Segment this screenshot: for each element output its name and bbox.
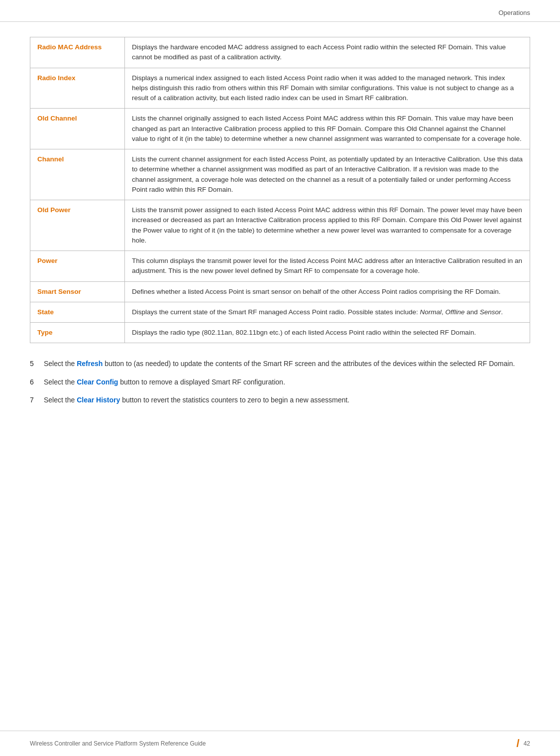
table-row: StateDisplays the current state of the S…	[30, 302, 530, 322]
step-item: 6Select the Clear Config button to remov…	[30, 377, 530, 387]
table-cell-label: Type	[30, 323, 125, 343]
table-row: ChannelLists the current channel assignm…	[30, 149, 530, 200]
footer-page-num: 42	[524, 740, 530, 747]
step-highlight: Refresh	[77, 360, 103, 368]
step-number: 5	[30, 358, 44, 369]
step-list: 5Select the Refresh button to (as needed…	[30, 358, 530, 405]
step-number: 6	[30, 377, 44, 387]
table-cell-description: Lists the current channel assignment for…	[125, 149, 530, 200]
step-number: 7	[30, 394, 44, 405]
step-highlight: Clear History	[77, 396, 120, 404]
table-cell-description: Displays the radio type (802.11an, 802.1…	[125, 323, 530, 343]
table-cell-description: Lists the channel originally assigned to…	[125, 109, 530, 149]
table-cell-description: Lists the transmit power assigned to eac…	[125, 200, 530, 251]
table-row: TypeDisplays the radio type (802.11an, 8…	[30, 323, 530, 343]
main-content: Radio MAC AddressDisplays the hardware e…	[0, 22, 560, 442]
table-cell-description: Displays the hardware encoded MAC addres…	[125, 37, 530, 68]
table-row: Old ChannelLists the channel originally …	[30, 109, 530, 149]
step-text: Select the Refresh button to (as needed)…	[44, 358, 530, 369]
table-cell-description: Displays the current state of the Smart …	[125, 302, 530, 322]
table-row: Radio MAC AddressDisplays the hardware e…	[30, 37, 530, 68]
table-cell-label: Smart Sensor	[30, 281, 125, 302]
step-item: 7Select the Clear History button to reve…	[30, 394, 530, 405]
table-row: Radio IndexDisplays a numerical index as…	[30, 68, 530, 109]
reference-table: Radio MAC AddressDisplays the hardware e…	[30, 37, 530, 343]
table-row: PowerThis column displays the transmit p…	[30, 251, 530, 282]
table-cell-label: Power	[30, 251, 125, 282]
footer-left: Wireless Controller and Service Platform…	[30, 740, 206, 747]
table-cell-label: Old Channel	[30, 109, 125, 149]
table-row: Smart SensorDefines whether a listed Acc…	[30, 281, 530, 302]
footer-slash: /	[517, 737, 520, 750]
footer-right: / 42	[517, 737, 530, 750]
table-cell-description: Displays a numerical index assigned to e…	[125, 68, 530, 109]
step-text: Select the Clear History button to rever…	[44, 394, 530, 405]
table-cell-description: Defines whether a listed Access Point is…	[125, 281, 530, 302]
table-row: Old PowerLists the transmit power assign…	[30, 200, 530, 251]
table-cell-label: State	[30, 302, 125, 322]
table-cell-label: Channel	[30, 149, 125, 200]
step-text: Select the Clear Config button to remove…	[44, 377, 530, 387]
step-item: 5Select the Refresh button to (as needed…	[30, 358, 530, 369]
step-highlight: Clear Config	[77, 378, 118, 386]
table-cell-description: This column displays the transmit power …	[125, 251, 530, 282]
page-footer: Wireless Controller and Service Platform…	[0, 731, 560, 756]
header-title: Operations	[498, 9, 530, 16]
table-cell-label: Radio Index	[30, 68, 125, 109]
table-cell-label: Radio MAC Address	[30, 37, 125, 68]
page-header: Operations	[0, 0, 560, 22]
table-cell-label: Old Power	[30, 200, 125, 251]
